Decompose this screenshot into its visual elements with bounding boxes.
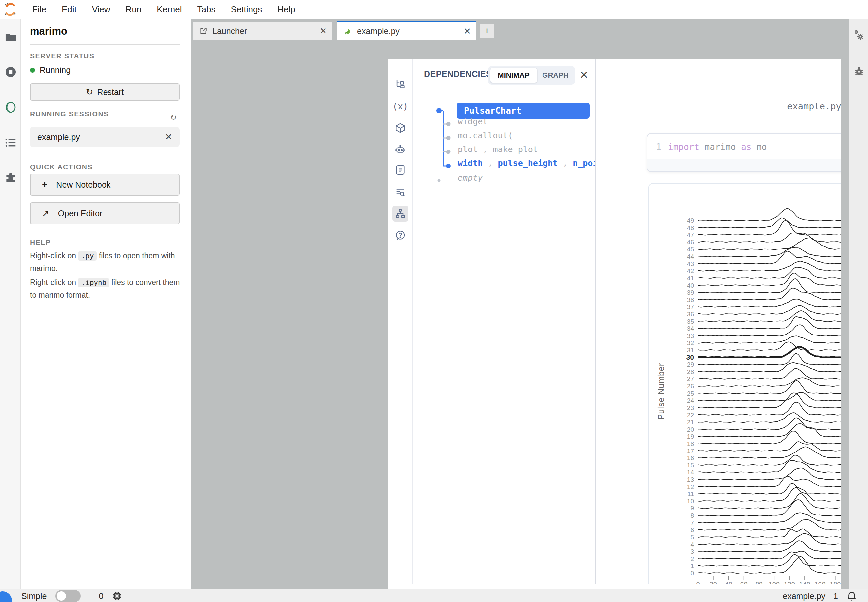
menu-item-file[interactable]: File <box>25 4 54 15</box>
dependencies-title: DEPENDENCIES <box>424 69 492 79</box>
close-session-icon[interactable]: ✕ <box>165 132 172 142</box>
svg-text:140: 140 <box>799 581 810 584</box>
svg-text:2: 2 <box>690 555 694 562</box>
svg-text:23: 23 <box>687 404 694 411</box>
py-chip: .py <box>78 251 97 261</box>
folder-icon[interactable] <box>4 31 17 44</box>
open-editor-button[interactable]: ↗ Open Editor <box>30 203 180 224</box>
help-text: Right-click on <box>30 278 76 287</box>
menu-item-help[interactable]: Help <box>270 4 302 15</box>
restart-button[interactable]: ↻ Restart <box>30 83 180 101</box>
svg-text:25: 25 <box>687 390 694 397</box>
scratchpad-icon[interactable] <box>393 184 408 200</box>
tree-node-root[interactable]: PulsarChart <box>457 103 590 118</box>
terminal-cpu-icon[interactable] <box>112 591 123 601</box>
plus-icon: + <box>42 180 47 190</box>
session-name: example.py <box>37 132 80 142</box>
toggle-graph[interactable]: GRAPH <box>538 68 573 83</box>
svg-text:100: 100 <box>769 581 780 584</box>
refresh-sessions-icon[interactable]: ↻ <box>170 112 177 122</box>
svg-text:0: 0 <box>690 570 694 577</box>
svg-text:120: 120 <box>784 581 795 584</box>
ai-chat-icon[interactable] <box>393 141 408 158</box>
svg-text:24: 24 <box>687 397 694 404</box>
package-icon[interactable] <box>393 120 408 136</box>
svg-text:38: 38 <box>687 296 694 303</box>
running-kernels-icon[interactable] <box>4 65 17 78</box>
svg-text:49: 49 <box>687 217 694 224</box>
menu-item-view[interactable]: View <box>84 4 118 15</box>
svg-text:46: 46 <box>687 239 694 246</box>
bell-icon[interactable] <box>846 590 857 602</box>
svg-text:29: 29 <box>687 361 694 368</box>
simple-mode-toggle[interactable] <box>55 590 81 602</box>
svg-text:20: 20 <box>687 426 694 433</box>
server-status-value: Running <box>40 65 71 75</box>
server-status-row: Running <box>30 65 71 75</box>
menu-item-run[interactable]: Run <box>118 4 149 15</box>
tree-node-label: n_poi <box>573 158 596 168</box>
tree-node-label: width <box>458 158 483 168</box>
tab-example-py[interactable]: example.py ✕ <box>337 21 476 40</box>
restart-icon: ↻ <box>86 87 93 97</box>
svg-text:39: 39 <box>687 289 694 296</box>
svg-text:31: 31 <box>687 347 694 353</box>
close-panel-icon[interactable]: ✕ <box>577 67 591 83</box>
notebook-filename: example.py <box>596 101 868 111</box>
new-tab-button[interactable]: + <box>480 24 494 38</box>
table-of-contents-icon[interactable] <box>4 136 17 149</box>
session-item[interactable]: example.py ✕ <box>30 126 180 147</box>
svg-text:4: 4 <box>690 541 694 548</box>
help-paragraph-py: Right-click on .py files to open them wi… <box>30 250 183 275</box>
svg-text:44: 44 <box>687 253 694 260</box>
tree-node-widget[interactable]: widget <box>458 117 488 126</box>
svg-text:33: 33 <box>687 332 694 339</box>
menu-item-kernel[interactable]: Kernel <box>149 4 189 15</box>
svg-text:45: 45 <box>687 246 694 253</box>
close-tab-icon[interactable]: ✕ <box>463 26 471 37</box>
setup-cell[interactable]: 1 import marimo as mo setup cell <box>647 133 868 172</box>
svg-text:40: 40 <box>687 282 694 289</box>
tree-node-mocallout[interactable]: mo.callout( <box>458 131 513 140</box>
tree-node-width[interactable]: width , pulse_height , n_poi <box>458 158 596 168</box>
tree-node-label: widget <box>458 117 488 126</box>
sidebar-title: marimo <box>30 25 67 37</box>
code-token: mo <box>751 142 767 152</box>
svg-text:41: 41 <box>687 275 694 282</box>
logs-icon[interactable] <box>393 162 408 178</box>
svg-text:30: 30 <box>686 353 694 361</box>
extensions-icon[interactable] <box>4 172 17 185</box>
svg-text:43: 43 <box>687 260 694 267</box>
status-bar-right: example.py 1 <box>783 589 857 602</box>
dependency-graph-icon[interactable] <box>393 206 408 222</box>
status-bar: Simple 0 example.py 1 <box>0 589 868 602</box>
tab-launcher[interactable]: Launcher ✕ <box>193 22 333 40</box>
notification-count: 1 <box>833 591 838 601</box>
chart-output-card: Pulse Number4948474645444342414039383736… <box>648 183 868 584</box>
variables-icon[interactable]: (x) <box>393 98 408 114</box>
cell-code[interactable]: import marimo as mo <box>668 142 767 152</box>
file-tree-icon[interactable] <box>393 76 408 92</box>
debug-bug-icon[interactable] <box>853 64 865 77</box>
menu-item-settings[interactable]: Settings <box>223 4 270 15</box>
marimo-ring-icon[interactable] <box>4 101 17 114</box>
menu-item-tabs[interactable]: Tabs <box>189 4 223 15</box>
settings-gears-icon[interactable] <box>852 29 865 42</box>
tool-rail: (x) <box>388 59 413 584</box>
svg-text:14: 14 <box>687 469 694 476</box>
tree-node-label: plot <box>458 144 478 154</box>
menu-item-edit[interactable]: Edit <box>54 4 84 15</box>
new-notebook-button[interactable]: + New Notebook <box>30 174 180 196</box>
notebook-area: ⚙ ✕ example.py 1 import marimo as mo set… <box>596 59 868 584</box>
divider <box>30 44 180 45</box>
help-icon[interactable] <box>393 227 408 243</box>
tab-label: Launcher <box>212 26 247 36</box>
tree-node-empty[interactable]: empty <box>458 173 483 183</box>
new-notebook-label: New Notebook <box>56 180 110 190</box>
toggle-minimap[interactable]: MINIMAP <box>490 68 537 83</box>
cell-line-number: 1 <box>647 142 668 152</box>
close-tab-icon[interactable]: ✕ <box>319 26 327 36</box>
tree-node-label: empty <box>458 173 483 183</box>
tree-node-plot[interactable]: plot , make_plot <box>458 144 538 154</box>
menu-bar: FileEditViewRunKernelTabsSettingsHelp <box>0 0 868 19</box>
